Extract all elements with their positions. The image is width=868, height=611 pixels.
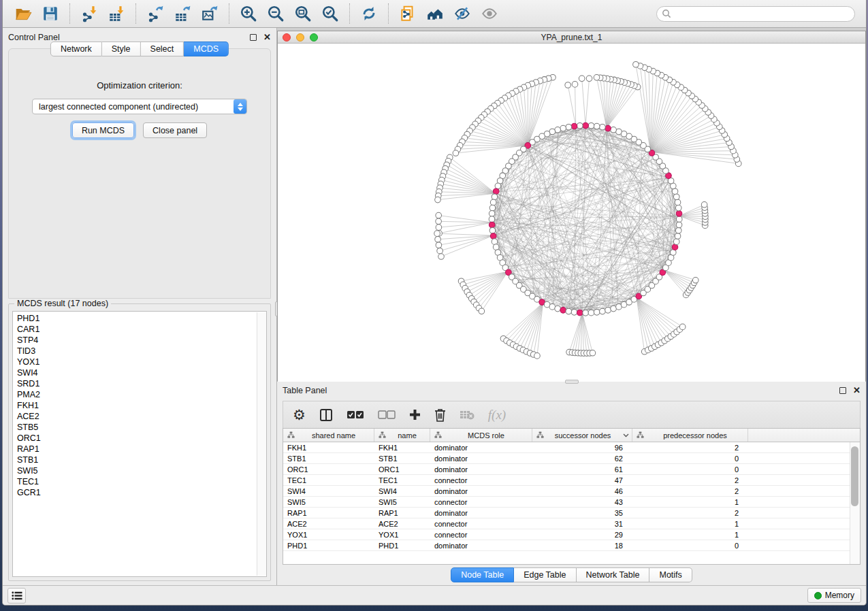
graph-node[interactable] [495,183,501,189]
close-panel-button[interactable]: Close panel [143,122,207,138]
graph-node[interactable] [673,239,679,245]
graph-node[interactable] [453,150,459,156]
settings-gear-icon[interactable]: ⚙ [293,408,306,422]
graph-node[interactable] [633,61,639,67]
graph-node[interactable] [605,307,611,313]
new-network-from-selection-icon[interactable] [394,2,421,25]
column-header-successor-nodes[interactable]: successor nodes [532,429,632,442]
result-scrollbar[interactable] [257,312,266,576]
graph-node[interactable] [701,201,707,208]
result-list-item[interactable]: FKH1 [17,400,266,411]
graph-node[interactable] [586,76,592,82]
network-nodes[interactable] [434,61,741,359]
result-list-item[interactable]: YOX1 [17,357,266,367]
mcds-graph-node[interactable] [490,233,496,240]
graph-node[interactable] [437,248,443,254]
graph-node[interactable] [436,225,442,231]
result-list-item[interactable]: ORC1 [17,433,266,444]
tab-network[interactable]: Network [50,42,102,56]
column-header-MCDS-role[interactable]: MCDS role [430,429,532,442]
run-mcds-button[interactable]: Run MCDS [72,122,134,138]
search-input[interactable] [656,6,855,22]
mcds-graph-node[interactable] [571,123,577,129]
graph-node[interactable] [565,82,571,88]
zoom-selected-icon[interactable] [317,2,344,25]
graph-node[interactable] [435,197,441,203]
result-list-item[interactable]: PHD1 [17,313,266,324]
network-canvas[interactable] [278,44,865,382]
table-row[interactable]: PHD1PHD1dominator180 [283,540,860,551]
graph-node[interactable] [675,199,681,205]
table-row[interactable]: YOX1YOX1connector291 [283,529,860,540]
tab-style[interactable]: Style [102,42,141,56]
mcds-graph-node[interactable] [676,211,682,217]
mcds-graph-node[interactable] [577,310,583,316]
save-session-icon[interactable] [37,2,64,25]
tab-select[interactable]: Select [141,42,184,56]
table-row[interactable]: STB1STB1dominator620 [283,453,860,464]
column-header-name[interactable]: name [374,429,430,442]
table-row[interactable]: FKH1FKH1dominator962 [283,442,860,453]
graph-node[interactable] [492,194,498,200]
result-list-item[interactable]: TID3 [17,346,266,357]
result-list-item[interactable]: SWI4 [17,367,266,378]
graph-node[interactable] [436,242,442,248]
graph-node[interactable] [675,205,681,211]
graph-node[interactable] [555,127,561,133]
graph-node[interactable] [489,211,495,217]
column-visibility-icon[interactable] [319,408,333,422]
graph-node[interactable] [579,76,585,82]
table-row[interactable]: RAP1RAP1dominator352 [283,508,860,518]
graph-node[interactable] [479,308,485,314]
select-all-icon[interactable] [347,410,364,419]
graph-node[interactable] [490,199,496,205]
graph-node[interactable] [489,216,495,222]
graph-node[interactable] [675,227,681,233]
graph-node[interactable] [588,122,594,129]
import-network-icon[interactable] [76,2,103,25]
graph-node[interactable] [489,227,496,233]
result-list-item[interactable]: PMA2 [17,389,266,400]
add-column-icon[interactable] [409,409,421,420]
tab-node-table[interactable]: Node Table [451,567,514,582]
result-list-item[interactable]: GCR1 [17,487,266,498]
table-scrollbar[interactable] [850,442,860,564]
graph-node[interactable] [600,308,606,314]
tab-mcds[interactable]: MCDS [184,42,229,56]
mcds-graph-node[interactable] [672,244,678,250]
table-row[interactable]: SWI5SWI5connector431 [283,497,860,508]
export-network-icon[interactable] [142,2,169,25]
graph-node[interactable] [675,233,681,240]
mcds-graph-node[interactable] [560,307,566,313]
zoom-fit-icon[interactable] [289,2,317,25]
mcds-graph-node[interactable] [583,122,589,129]
task-history-button[interactable] [7,588,26,604]
float-panel-icon[interactable] [250,34,257,41]
graph-node[interactable] [489,205,496,211]
graph-node[interactable] [594,310,600,316]
graph-node[interactable] [555,306,561,312]
graph-node[interactable] [572,82,578,88]
table-row[interactable]: TEC1TEC1connector472 [283,475,860,486]
graph-node[interactable] [534,353,541,359]
zoom-in-icon[interactable] [235,2,262,25]
export-image-icon[interactable] [196,2,223,25]
graph-node[interactable] [492,239,498,245]
graph-node[interactable] [600,124,606,130]
graph-node[interactable] [588,310,594,316]
graph-node[interactable] [616,129,622,135]
tab-motifs[interactable]: Motifs [649,567,692,582]
network-graph[interactable] [278,44,865,382]
graph-node[interactable] [590,350,596,356]
float-table-panel-icon[interactable] [839,387,846,394]
graph-node[interactable] [571,310,577,316]
graph-node[interactable] [679,324,686,330]
graph-node[interactable] [676,216,682,222]
result-list-item[interactable]: SWI5 [17,465,266,476]
table-row[interactable]: ORC1ORC1dominator610 [283,464,860,475]
graph-node[interactable] [438,254,445,260]
result-list-item[interactable]: ACE2 [17,411,266,422]
graph-node[interactable] [611,127,617,133]
export-table-icon[interactable] [169,2,196,25]
column-header-predecessor-nodes[interactable]: predecessor nodes [632,429,748,442]
